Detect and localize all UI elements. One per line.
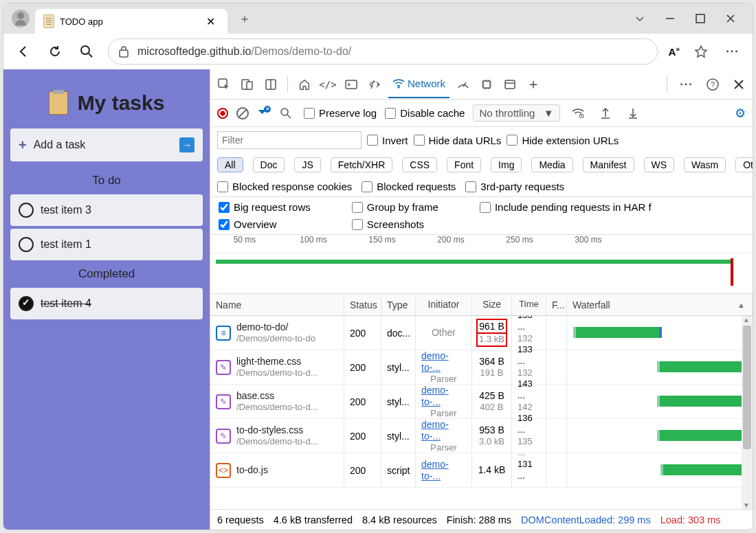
type-filter-pill[interactable]: Doc — [253, 157, 285, 172]
checkbox-icon[interactable] — [19, 237, 34, 252]
record-button[interactable] — [217, 108, 228, 119]
type-filter-pill[interactable]: WS — [644, 157, 675, 172]
performance-tab-icon[interactable] — [454, 75, 473, 94]
network-settings-icon[interactable]: ⚙ — [735, 106, 746, 121]
maximize-button[interactable] — [692, 10, 709, 27]
sources-tab-icon[interactable] — [365, 75, 384, 94]
memory-tab-icon[interactable] — [477, 75, 496, 94]
svg-rect-1 — [696, 14, 704, 23]
svg-rect-7 — [247, 82, 252, 89]
search-icon[interactable] — [76, 41, 97, 62]
svg-text:?: ? — [711, 80, 715, 89]
scrollbar[interactable] — [742, 316, 753, 509]
network-tab[interactable]: Network — [388, 71, 449, 98]
import-har-icon[interactable] — [596, 104, 615, 123]
profile-avatar[interactable] — [12, 10, 30, 27]
request-row[interactable]: ✎ base.css/Demos/demo-to-d... 200 styl..… — [210, 385, 753, 419]
close-tab-button[interactable]: ✕ — [202, 14, 219, 30]
page-icon — [43, 14, 54, 28]
screenshots-checkbox[interactable]: Screenshots — [352, 218, 438, 230]
add-task-label: Add a task — [34, 139, 86, 151]
export-har-icon[interactable] — [623, 104, 643, 123]
url-input[interactable]: microsoftedge.github.io/Demos/demo-to-do… — [108, 38, 658, 65]
inspect-icon[interactable] — [214, 75, 234, 94]
include-har-checkbox[interactable]: Include pending requests in HAR f — [480, 201, 652, 213]
third-party-checkbox[interactable]: 3rd-party requests — [465, 181, 564, 192]
close-window-button[interactable] — [722, 10, 739, 27]
request-row[interactable]: ≡ demo-to-do//Demos/demo-to-do 200 doc..… — [210, 316, 753, 350]
refresh-button[interactable] — [45, 41, 65, 62]
type-filter-pill[interactable]: CSS — [402, 157, 437, 172]
timeline-tick: 300 ms — [554, 235, 623, 250]
add-task-input[interactable]: + Add a task → — [10, 128, 203, 161]
request-row[interactable]: ✎ light-theme.css/Demos/demo-to-d... 200… — [210, 350, 753, 385]
filter-toggle-icon[interactable] — [257, 109, 268, 118]
chevron-down-icon[interactable] — [632, 10, 648, 27]
close-devtools-button[interactable] — [729, 75, 748, 94]
svg-line-3 — [89, 54, 92, 57]
big-rows-checkbox[interactable]: Big request rows — [219, 201, 311, 213]
timeline-tick: 50 ms — [210, 235, 279, 250]
type-filter-pill[interactable]: Fetch/XHR — [331, 157, 392, 172]
request-row[interactable]: ✎ to-do-styles.css/Demos/demo-to-d... 20… — [210, 419, 753, 453]
preserve-log-checkbox[interactable]: Preserve log — [304, 107, 377, 119]
more-options-icon[interactable]: ··· — [677, 75, 696, 94]
todo-header: To do — [10, 170, 203, 192]
group-by-frame-checkbox[interactable]: Group by frame — [352, 201, 438, 213]
search-icon[interactable] — [276, 104, 296, 123]
welcome-tab-icon[interactable] — [295, 75, 314, 94]
task-item[interactable]: test item 3 — [10, 194, 203, 226]
status-requests: 6 requests — [217, 514, 264, 525]
throttling-select[interactable]: No throttling ▼ — [473, 104, 559, 122]
request-row[interactable]: <> to-do.js 200 script demo-to-... 1.4 k… — [210, 453, 753, 488]
type-filter-pill[interactable]: Other — [735, 157, 753, 172]
browser-tab[interactable]: TODO app ✕ — [35, 9, 227, 34]
task-item[interactable]: test item 1 — [10, 229, 203, 260]
type-filter-pill[interactable]: Wasm — [684, 157, 726, 172]
blocked-requests-checkbox[interactable]: Blocked requests — [362, 181, 456, 192]
task-item[interactable]: test item 4 — [10, 288, 203, 319]
file-type-icon: ✎ — [216, 394, 231, 409]
type-filter-pill[interactable]: Manifest — [583, 157, 634, 172]
type-filter-pill[interactable]: All — [217, 157, 243, 172]
favorite-button[interactable] — [691, 41, 711, 62]
help-icon[interactable]: ? — [703, 75, 722, 94]
blocked-cookies-checkbox[interactable]: Blocked response cookies — [217, 181, 352, 192]
network-timeline[interactable]: 50 ms100 ms150 ms200 ms250 ms300 ms — [210, 235, 753, 294]
hide-extension-urls-checkbox[interactable]: Hide extension URLs — [507, 135, 619, 146]
read-aloud-icon[interactable]: A» — [669, 45, 680, 58]
network-grid: Name Status Type Initiator Size Time F..… — [210, 294, 753, 509]
status-finish: Finish: 288 ms — [447, 514, 511, 525]
network-conditions-icon[interactable] — [568, 104, 588, 123]
dock-icon[interactable] — [261, 75, 280, 94]
more-tabs-button[interactable]: ＋ — [524, 75, 543, 94]
back-button[interactable] — [13, 41, 34, 62]
console-tab-icon[interactable] — [342, 75, 361, 94]
invert-checkbox[interactable]: Invert — [367, 135, 408, 146]
device-toggle-icon[interactable] — [238, 75, 257, 94]
checkbox-checked-icon[interactable] — [19, 296, 34, 311]
grid-header[interactable]: Name Status Type Initiator Size Time F..… — [210, 294, 753, 316]
checkbox-icon[interactable] — [19, 203, 34, 218]
type-filter-pill[interactable]: JS — [294, 157, 320, 172]
overview-checkbox[interactable]: Overview — [219, 218, 311, 230]
network-filters: Invert Hide data URLs Hide extension URL… — [210, 127, 753, 197]
application-tab-icon[interactable] — [500, 75, 520, 94]
type-filter-pill[interactable]: Img — [491, 157, 522, 172]
minimize-button[interactable] — [662, 10, 678, 27]
elements-tab-icon[interactable]: </> — [318, 75, 337, 94]
clear-button[interactable] — [236, 107, 249, 120]
type-filter-pill[interactable]: Media — [531, 157, 572, 172]
titlebar: TODO app ✕ ＋ — [3, 3, 753, 34]
new-tab-button[interactable]: ＋ — [233, 8, 256, 30]
file-type-icon: ✎ — [216, 360, 231, 375]
disable-cache-checkbox[interactable]: Disable cache — [385, 107, 465, 119]
hide-data-urls-checkbox[interactable]: Hide data URLs — [414, 135, 502, 146]
page-title: My tasks — [78, 91, 165, 115]
type-filter-pill[interactable]: Font — [447, 157, 481, 172]
clipboard-icon — [49, 91, 68, 115]
filter-input[interactable] — [217, 131, 362, 149]
network-toolbar: Preserve log Disable cache No throttling… — [210, 100, 753, 127]
submit-button[interactable]: → — [179, 137, 194, 152]
menu-button[interactable]: ··· — [722, 41, 743, 62]
